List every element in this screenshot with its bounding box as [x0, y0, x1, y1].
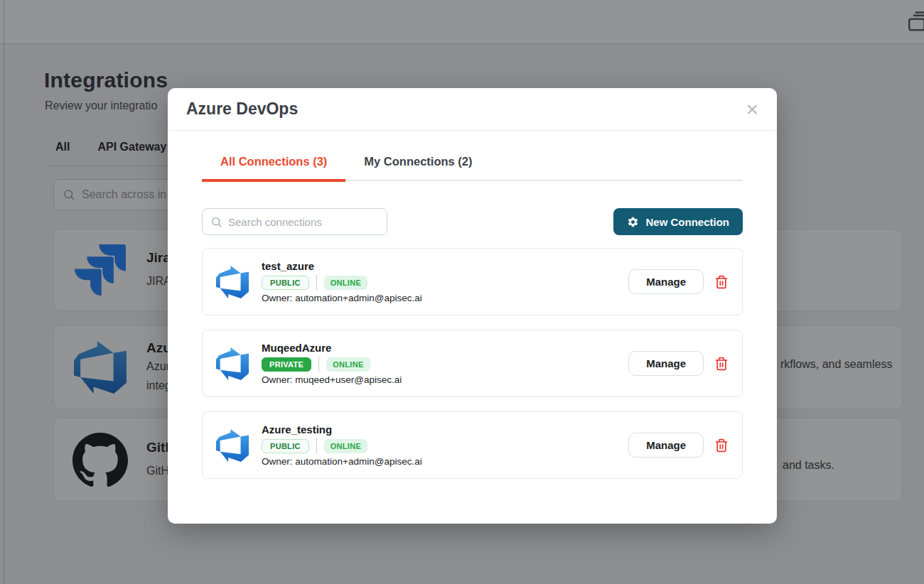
- close-icon[interactable]: ×: [746, 99, 758, 120]
- connection-tabs: All Connections (3) My Connections (2): [202, 155, 743, 181]
- new-connection-button[interactable]: New Connection: [613, 208, 743, 235]
- badge-divider: [318, 357, 319, 372]
- modal-title: Azure DevOps: [186, 99, 298, 119]
- connection-name: MuqeedAzure: [262, 342, 402, 354]
- manage-button[interactable]: Manage: [628, 269, 704, 294]
- connection-name: Azure_testing: [262, 423, 422, 436]
- tab-my-connections[interactable]: My Connections (2): [345, 155, 490, 182]
- modal-header: Azure DevOps ×: [168, 88, 777, 131]
- connection-owner: Owner: automation+admin@apisec.ai: [262, 293, 422, 303]
- gear-icon: [627, 216, 639, 228]
- connection-owner: Owner: muqeed+user@apisec.ai: [262, 374, 402, 385]
- delete-icon[interactable]: [714, 357, 729, 371]
- status-badge: ONLINE: [324, 439, 367, 453]
- search-icon: [210, 216, 222, 228]
- delete-icon[interactable]: [714, 438, 729, 453]
- new-connection-label: New Connection: [645, 216, 729, 228]
- azure-devops-modal: Azure DevOps × All Connections (3) My Co…: [168, 88, 777, 524]
- connection-owner: Owner: automation+admin@apisec.ai: [262, 456, 422, 467]
- connections-list: test_azure PUBLIC ONLINE Owner: automati…: [202, 248, 743, 479]
- connection-row: MuqeedAzure PRIVATE ONLINE Owner: muqeed…: [202, 330, 743, 397]
- badge-divider: [316, 438, 317, 453]
- visibility-badge: PUBLIC: [262, 439, 309, 453]
- connection-row: test_azure PUBLIC ONLINE Owner: automati…: [202, 248, 743, 315]
- delete-icon[interactable]: [714, 275, 729, 289]
- azure-devops-logo: [216, 429, 249, 462]
- tab-all-connections[interactable]: All Connections (3): [202, 155, 345, 182]
- visibility-badge: PUBLIC: [262, 276, 309, 290]
- status-badge: ONLINE: [326, 357, 370, 372]
- connections-search-input[interactable]: [228, 216, 379, 228]
- azure-devops-logo: [216, 266, 249, 298]
- badge-divider: [316, 275, 317, 290]
- connections-toolbar: New Connection: [202, 208, 743, 235]
- azure-devops-logo: [216, 347, 249, 380]
- manage-button[interactable]: Manage: [628, 351, 704, 376]
- visibility-badge: PRIVATE: [262, 357, 311, 372]
- connection-row: Azure_testing PUBLIC ONLINE Owner: autom…: [202, 411, 743, 479]
- status-badge: ONLINE: [324, 276, 367, 290]
- connections-search[interactable]: [202, 208, 387, 235]
- manage-button[interactable]: Manage: [628, 433, 704, 458]
- connection-name: test_azure: [262, 260, 422, 272]
